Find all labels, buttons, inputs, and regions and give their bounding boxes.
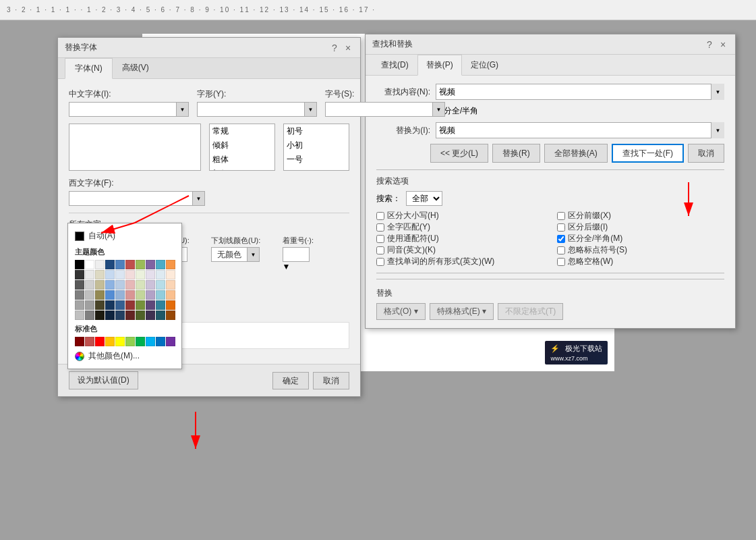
- std-color-cell-6[interactable]: [136, 337, 145, 346]
- theme-color-cell-49[interactable]: [166, 300, 175, 310]
- theme-color-cell-9[interactable]: [166, 260, 175, 269]
- theme-color-cell-19[interactable]: [166, 270, 175, 279]
- std-color-cell-4[interactable]: [115, 337, 125, 346]
- tab-find[interactable]: 查找(D): [372, 55, 417, 76]
- theme-color-cell-0[interactable]: [75, 260, 84, 269]
- theme-color-cell-56[interactable]: [136, 310, 145, 320]
- theme-color-cell-36[interactable]: [136, 290, 145, 300]
- std-color-cell-1[interactable]: [85, 337, 94, 346]
- style-item-normal[interactable]: 常规: [210, 124, 274, 138]
- theme-color-cell-32[interactable]: [95, 290, 105, 300]
- size-item-1[interactable]: 小初: [284, 138, 349, 153]
- theme-color-cell-3[interactable]: [105, 260, 115, 269]
- theme-color-cell-10[interactable]: [75, 270, 84, 279]
- std-color-cell-3[interactable]: [105, 337, 115, 346]
- replace-dropdown-btn[interactable]: ▼: [711, 122, 724, 138]
- theme-color-cell-25[interactable]: [125, 280, 135, 290]
- std-color-cell-9[interactable]: [166, 337, 175, 346]
- std-color-cell-2[interactable]: [95, 337, 105, 346]
- find-next-btn[interactable]: 查找下一处(F): [612, 144, 684, 163]
- theme-color-cell-58[interactable]: [156, 310, 165, 320]
- emphasis-arrow[interactable]: ▼: [283, 262, 350, 271]
- theme-color-cell-14[interactable]: [115, 270, 125, 279]
- more-colors-row[interactable]: 其他颜色(M)...: [72, 348, 177, 364]
- theme-color-cell-51[interactable]: [85, 310, 94, 320]
- std-color-cell-8[interactable]: [156, 337, 165, 346]
- theme-color-cell-1[interactable]: [85, 260, 94, 269]
- cb-whole-word-input[interactable]: [376, 223, 384, 232]
- style-item-bold[interactable]: 粗体: [210, 153, 274, 167]
- cb-suffix-input[interactable]: [557, 223, 565, 232]
- theme-color-cell-6[interactable]: [136, 260, 145, 269]
- find-replace-close-btn[interactable]: ×: [718, 39, 728, 50]
- find-replace-help-btn[interactable]: ?: [704, 39, 715, 50]
- theme-color-cell-12[interactable]: [95, 270, 105, 279]
- theme-color-cell-8[interactable]: [156, 260, 165, 269]
- theme-color-cell-40[interactable]: [75, 300, 84, 310]
- theme-color-cell-2[interactable]: [95, 260, 105, 269]
- theme-color-cell-18[interactable]: [156, 270, 165, 279]
- cb-ignore-space-input[interactable]: [557, 258, 565, 266]
- cn-font-arrow[interactable]: ▼: [177, 102, 189, 117]
- cb-homophone-input[interactable]: [376, 246, 384, 254]
- theme-color-cell-28[interactable]: [156, 280, 165, 290]
- cn-font-list[interactable]: [69, 124, 201, 171]
- font-cancel-btn[interactable]: 取消: [313, 372, 349, 389]
- theme-color-cell-31[interactable]: [85, 290, 94, 300]
- theme-color-cell-43[interactable]: [105, 300, 115, 310]
- font-ok-btn[interactable]: 确定: [272, 372, 309, 389]
- theme-color-cell-52[interactable]: [95, 310, 105, 320]
- cb-ignore-punct-input[interactable]: [557, 246, 565, 254]
- replace-btn[interactable]: 替换(R): [492, 144, 540, 163]
- font-tab-font[interactable]: 字体(N): [65, 58, 113, 79]
- cn-font-input[interactable]: [69, 102, 177, 117]
- underline-color-arrow[interactable]: ▼: [248, 247, 260, 262]
- style-arrow[interactable]: ▼: [305, 102, 317, 117]
- theme-color-cell-33[interactable]: [105, 290, 115, 300]
- theme-color-cell-39[interactable]: [166, 290, 175, 300]
- theme-color-cell-44[interactable]: [115, 300, 125, 310]
- theme-color-cell-48[interactable]: [156, 300, 165, 310]
- theme-color-cell-53[interactable]: [105, 310, 115, 320]
- find-dropdown-btn[interactable]: ▼: [711, 84, 724, 100]
- style-list[interactable]: 常规 倾斜 粗体 加粗: [209, 124, 275, 171]
- font-close-btn[interactable]: ×: [343, 43, 353, 53]
- std-color-cell-5[interactable]: [125, 337, 135, 346]
- size-item-2[interactable]: 一号: [284, 153, 349, 167]
- theme-color-cell-42[interactable]: [95, 300, 105, 310]
- font-tab-advanced[interactable]: 高级(V): [113, 58, 158, 78]
- theme-color-cell-20[interactable]: [75, 280, 84, 290]
- style-item-italic[interactable]: 倾斜: [210, 138, 274, 153]
- theme-color-cell-21[interactable]: [85, 280, 94, 290]
- theme-color-cell-4[interactable]: [115, 260, 125, 269]
- format-btn[interactable]: 格式(O) ▾: [376, 303, 426, 320]
- theme-color-cell-38[interactable]: [156, 290, 165, 300]
- theme-color-cell-47[interactable]: [146, 300, 155, 310]
- std-color-cell-0[interactable]: [75, 337, 84, 346]
- no-format-btn[interactable]: 不限定格式(T): [498, 303, 563, 320]
- theme-color-cell-17[interactable]: [146, 270, 155, 279]
- find-input[interactable]: [436, 84, 724, 100]
- cb-fullwidth-input[interactable]: [557, 235, 565, 243]
- replace-all-btn[interactable]: 全部替换(A): [544, 144, 608, 163]
- size-arrow[interactable]: ▼: [433, 102, 445, 117]
- size-list[interactable]: 初号 小初 一号: [283, 124, 349, 171]
- theme-color-cell-34[interactable]: [115, 290, 125, 300]
- theme-color-cell-24[interactable]: [115, 280, 125, 290]
- size-item-0[interactable]: 初号: [284, 124, 349, 138]
- theme-color-cell-50[interactable]: [75, 310, 84, 320]
- style-input[interactable]: [197, 102, 305, 117]
- theme-color-cell-37[interactable]: [146, 290, 155, 300]
- cb-case-input[interactable]: [376, 212, 384, 220]
- theme-color-cell-16[interactable]: [136, 270, 145, 279]
- theme-color-cell-13[interactable]: [105, 270, 115, 279]
- style-item-bold2[interactable]: 加粗: [210, 167, 274, 171]
- theme-color-cell-7[interactable]: [146, 260, 155, 269]
- cb-all-forms-input[interactable]: [376, 258, 384, 266]
- theme-color-cell-15[interactable]: [125, 270, 135, 279]
- theme-color-cell-27[interactable]: [146, 280, 155, 290]
- cancel-btn[interactable]: 取消: [688, 144, 724, 163]
- theme-color-cell-5[interactable]: [125, 260, 135, 269]
- theme-color-cell-26[interactable]: [136, 280, 145, 290]
- theme-color-cell-35[interactable]: [125, 290, 135, 300]
